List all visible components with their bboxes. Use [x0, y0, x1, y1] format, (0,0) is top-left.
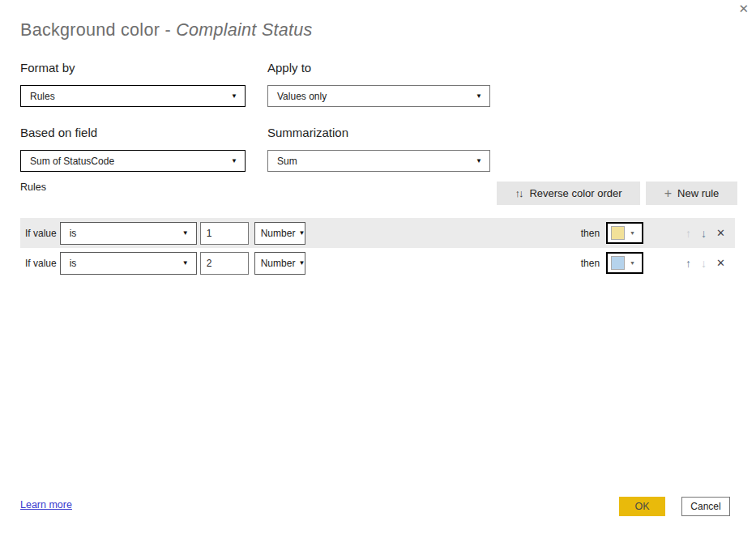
- reverse-color-order-label: Reverse color order: [529, 187, 621, 199]
- close-icon[interactable]: ✕: [738, 2, 749, 15]
- based-on-field-select[interactable]: Sum of StatusCode ▼: [20, 150, 246, 172]
- chevron-down-icon: ▼: [298, 259, 305, 267]
- chevron-down-icon: ▼: [476, 157, 482, 164]
- format-by-label: Format by: [20, 61, 246, 75]
- chevron-down-icon: ▼: [630, 230, 635, 236]
- dialog-title: Background color - Complaint Status: [20, 20, 313, 41]
- based-on-field-label: Based on field: [20, 126, 246, 139]
- rule-2-color-swatch: [611, 256, 625, 270]
- delete-rule-icon[interactable]: ✕: [716, 227, 725, 239]
- rules-list: If value is ▼ Number ▼ then ▼ ↑ ↓ ✕: [20, 218, 735, 278]
- rule-2-actions: ↑ ↓ ✕: [686, 257, 725, 270]
- chevron-down-icon: ▼: [231, 157, 237, 164]
- rules-section-label: Rules: [20, 182, 46, 193]
- rule-1-operator-select[interactable]: is ▼: [60, 222, 197, 245]
- based-on-field-value: Sum of StatusCode: [30, 156, 114, 167]
- rule-1-value-input[interactable]: [200, 222, 249, 245]
- if-value-label: If value: [25, 258, 57, 269]
- rule-2-operator-select[interactable]: is ▼: [60, 252, 197, 275]
- reverse-color-order-button[interactable]: ↑↓ Reverse color order: [497, 182, 640, 205]
- apply-to-select[interactable]: Values only ▼: [267, 85, 490, 107]
- apply-to-field: Apply to Values only ▼: [267, 61, 490, 107]
- then-label: then: [581, 258, 600, 269]
- format-by-value: Rules: [30, 91, 55, 102]
- then-label: then: [581, 228, 600, 239]
- move-up-icon: ↑: [686, 227, 691, 240]
- summarization-select[interactable]: Sum ▼: [267, 150, 490, 172]
- rule-2-value-input[interactable]: [200, 252, 249, 275]
- format-by-field: Format by Rules ▼: [20, 61, 246, 107]
- rule-2-type-select[interactable]: Number ▼: [254, 252, 305, 275]
- delete-rule-icon[interactable]: ✕: [716, 257, 725, 269]
- chevron-down-icon: ▼: [182, 229, 189, 237]
- ok-button[interactable]: OK: [619, 497, 665, 516]
- summarization-value: Sum: [277, 156, 297, 167]
- rule-2-type-value: Number: [261, 258, 296, 269]
- dialog-title-prefix: Background color -: [20, 20, 176, 40]
- apply-to-value: Values only: [277, 91, 327, 102]
- cancel-button[interactable]: Cancel: [681, 497, 730, 516]
- chevron-down-icon: ▼: [298, 229, 305, 237]
- reverse-order-icon: ↑↓: [515, 187, 522, 199]
- rule-2-operator-value: is: [70, 258, 77, 269]
- move-up-icon[interactable]: ↑: [686, 257, 691, 270]
- chevron-down-icon: ▼: [630, 260, 635, 266]
- new-rule-label: New rule: [677, 187, 719, 199]
- summarization-field: Summarization Sum ▼: [267, 126, 490, 172]
- chevron-down-icon: ▼: [476, 92, 482, 100]
- format-by-select[interactable]: Rules ▼: [20, 85, 246, 107]
- based-on-field: Based on field Sum of StatusCode ▼: [20, 126, 246, 172]
- chevron-down-icon: ▼: [182, 259, 189, 267]
- rule-row-1: If value is ▼ Number ▼ then ▼ ↑ ↓ ✕: [20, 218, 735, 248]
- rule-1-color-swatch: [611, 226, 625, 240]
- move-down-icon[interactable]: ↓: [701, 227, 707, 240]
- if-value-label: If value: [25, 228, 57, 239]
- rule-1-type-value: Number: [261, 228, 296, 239]
- rule-1-operator-value: is: [70, 228, 77, 239]
- chevron-down-icon: ▼: [231, 92, 237, 100]
- move-down-icon: ↓: [701, 257, 707, 270]
- rule-2-color-picker[interactable]: ▼: [606, 252, 643, 274]
- rule-1-actions: ↑ ↓ ✕: [686, 227, 725, 240]
- rule-1-type-select[interactable]: Number ▼: [254, 222, 305, 245]
- learn-more-link[interactable]: Learn more: [20, 499, 72, 511]
- rule-row-2: If value is ▼ Number ▼ then ▼ ↑ ↓ ✕: [20, 248, 735, 278]
- dialog-title-field-name: Complaint Status: [176, 20, 313, 40]
- background-color-dialog: ✕ Background color - Complaint Status Fo…: [0, 0, 756, 534]
- rule-1-color-picker[interactable]: ▼: [606, 222, 643, 244]
- plus-icon: +: [664, 186, 672, 201]
- apply-to-label: Apply to: [267, 61, 490, 75]
- summarization-label: Summarization: [267, 126, 490, 139]
- new-rule-button[interactable]: + New rule: [646, 182, 737, 205]
